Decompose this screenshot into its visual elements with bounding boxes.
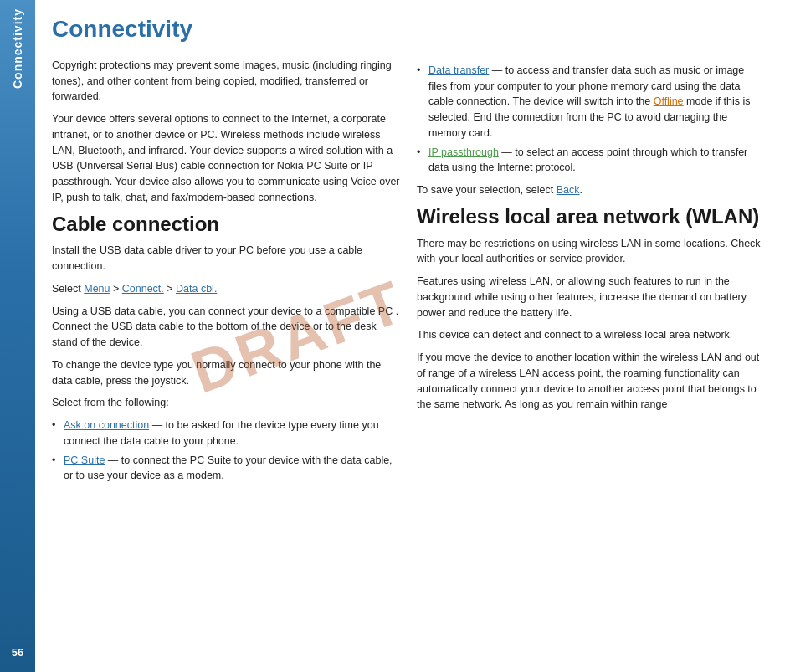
ip-passthrough-link[interactable]: IP passthrough — [428, 146, 499, 158]
wlan-section-title: Wireless local area network (WLAN) — [417, 205, 765, 229]
page-title: Connectivity — [52, 17, 765, 43]
data-cbl-link[interactable]: Data cbl. — [176, 283, 217, 295]
bullet-pc-suite: PC Suite — to connect the PC Suite to yo… — [52, 453, 400, 485]
cable-section-title: Cable connection — [52, 213, 400, 237]
offline-link[interactable]: Offline — [654, 95, 684, 107]
bullet-ask-on-connection: Ask on connection — to be asked for the … — [52, 418, 400, 449]
save-selection-text: To save your selection, select Back. — [417, 182, 765, 198]
wlan-para-4: If you move the device to another locati… — [417, 350, 765, 413]
page-number: 56 — [12, 646, 23, 659]
left-column: Copyright protections may prevent some i… — [52, 58, 400, 672]
cable-para-1: Install the USB data cable driver to you… — [52, 243, 400, 274]
ask-on-connection-link[interactable]: Ask on connection — [64, 419, 149, 431]
cable-para-3: To change the device type you normally c… — [52, 357, 400, 389]
data-transfer-link[interactable]: Data transfer — [428, 64, 489, 76]
bullet-data-transfer: Data transfer — to access and transfer d… — [417, 63, 765, 141]
right-bullet-list: Data transfer — to access and transfer d… — [417, 63, 765, 176]
wlan-para-2: Features using wireless LAN, or allowing… — [417, 274, 765, 321]
cable-bullet-list: Ask on connection — to be asked for the … — [52, 418, 400, 484]
menu-link[interactable]: Menu — [84, 283, 110, 295]
connect-link[interactable]: Connect. — [122, 283, 164, 295]
sidebar-title: Connectivity — [11, 8, 24, 89]
cable-para-2: Using a USB data cable, you can connect … — [52, 304, 400, 351]
pc-suite-text: — to connect the PC Suite to your device… — [64, 454, 392, 482]
main-content: DRAFT Connectivity Copyright protections… — [35, 0, 785, 672]
right-column: Data transfer — to access and transfer d… — [417, 58, 765, 672]
sidebar: Connectivity 56 — [0, 0, 35, 672]
back-link[interactable]: Back — [557, 184, 580, 196]
pc-suite-link[interactable]: PC Suite — [64, 454, 105, 466]
intro-para-2: Your device offers several options to co… — [52, 111, 400, 206]
wlan-para-1: There may be restrictions on using wirel… — [417, 236, 765, 268]
save-text-prefix: To save your selection, select — [417, 184, 557, 196]
cable-select-menu: Select Menu > Connect. > Data cbl. — [52, 281, 400, 297]
bullet-ip-passthrough: IP passthrough — to select an access poi… — [417, 145, 765, 177]
wlan-para-3: This device can detect and connect to a … — [417, 327, 765, 343]
select-from-label: Select from the following: — [52, 395, 400, 411]
intro-para-1: Copyright protections may prevent some i… — [52, 58, 400, 105]
save-text-suffix: . — [580, 184, 582, 196]
